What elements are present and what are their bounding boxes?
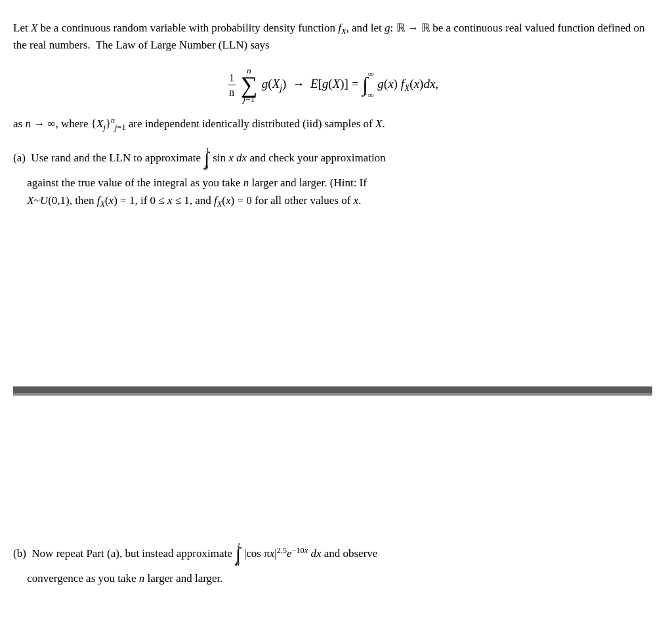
empty-space-b bbox=[13, 415, 652, 514]
part-a-integral: 1 ∫ 0 bbox=[204, 144, 209, 174]
part-b: (b) Now repeat Part (a), but instead app… bbox=[13, 533, 652, 587]
fraction-1-over-n: 1 n bbox=[228, 71, 236, 99]
part-a-integral-lower: 0 bbox=[204, 164, 208, 171]
part-b-integral-lower: 0 bbox=[236, 560, 240, 568]
intro-paragraph: Let X be a continuous random variable wi… bbox=[13, 20, 652, 54]
summation: n ∑ j=1 bbox=[241, 66, 257, 104]
arrow: → bbox=[292, 77, 304, 91]
main-formula: 1 n n ∑ j=1 g(Xj) → E[g(X)] = ∞ ∫ −∞ g(x… bbox=[13, 66, 652, 104]
integral: ∞ ∫ −∞ bbox=[362, 68, 373, 101]
sum-lower-bound: j=1 bbox=[243, 94, 255, 103]
part-b-integral-upper: 1 bbox=[237, 542, 241, 549]
integral-upper: ∞ bbox=[368, 70, 374, 79]
iid-line: as n → ∞, where {Xj}nj=1 are independent… bbox=[13, 115, 652, 133]
part-a: (a) Use rand and the LLN to approximate … bbox=[13, 144, 652, 209]
divider-bar bbox=[13, 386, 652, 393]
integral-lower: −∞ bbox=[362, 91, 373, 100]
page-container: Let X be a continuous random variable wi… bbox=[0, 0, 672, 620]
part-a-integral-upper: 1 bbox=[205, 146, 209, 154]
part-b-integral: 1 ∫ 0 bbox=[236, 540, 241, 569]
top-section: Let X be a continuous random variable wi… bbox=[13, 20, 652, 222]
fraction-denominator: n bbox=[228, 85, 236, 99]
divider-shadow bbox=[13, 393, 652, 396]
sum-symbol: ∑ bbox=[241, 75, 257, 94]
fraction-numerator: 1 bbox=[228, 71, 236, 85]
empty-space-a bbox=[13, 222, 652, 367]
